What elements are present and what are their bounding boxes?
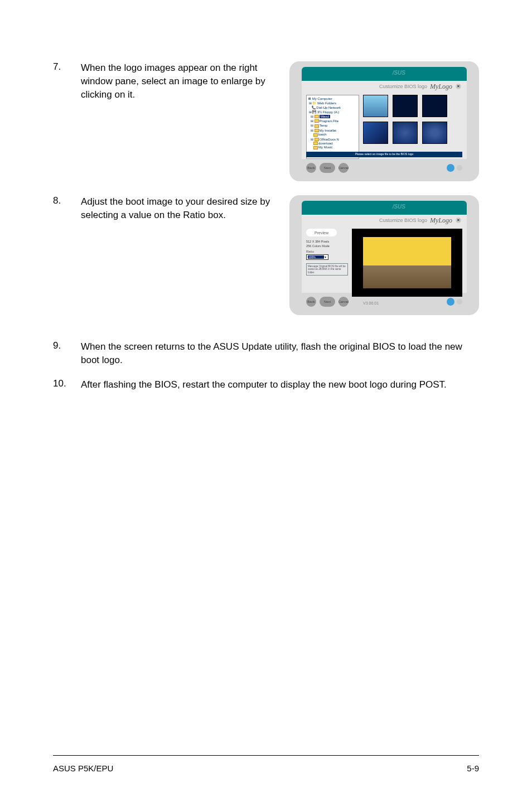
asus-logo-text: /SUS [393,70,405,76]
step-10-row: 10. After flashing the BIOS, restart the… [53,378,479,392]
content-area: 🖥 My Computer ⊞ 📁 Web Folders 📞 Dial-Up … [302,92,467,159]
colormode-text: 256 Colors Mode [306,244,348,248]
bottom-steps: 9. When the screen returns to the ASUS U… [53,340,479,391]
back-button[interactable]: Back [306,297,316,307]
ratio-label: Ratio [306,250,348,253]
step-9-text: When the screen returns to the ASUS Upda… [81,340,479,367]
window-header-bar: Customize BIOS logo MyLogo ✕ [302,215,467,226]
step-8-number: 8. [53,195,81,222]
logo-thumbnail[interactable] [422,122,447,144]
content-area: Preview 512 X 384 Pixels 256 Colors Mode… [302,226,467,293]
message-box: Message Original BIOS file will be saved… [306,263,348,276]
next-button[interactable]: Next [320,163,335,173]
footer-page-number: 5-9 [467,764,479,773]
bottom-nav-bar: Back Next Cancel [302,294,467,310]
footer-product: ASUS P5K/EPU [53,764,113,773]
step-8-row: 8. Adjust the boot image to your desired… [53,195,479,323]
step-7-text-block: 7. When the logo images appear on the ri… [53,61,284,101]
step-7-row: 7. When the logo images appear on the ri… [53,61,479,190]
info-icon[interactable] [447,164,454,172]
folder-tree-pane[interactable]: 🖥 My Computer ⊞ 📁 Web Folders 📞 Dial-Up … [306,95,359,159]
preview-image [363,237,451,288]
step-7-text: When the logo images appear on the right… [81,61,284,101]
asus-logo-text: /SUS [393,204,405,210]
preview-left-panel: Preview 512 X 384 Pixels 256 Colors Mode… [306,229,348,298]
logo-thumbnail[interactable] [393,122,418,144]
screenshot-mylogo-browser: /SUS Customize BIOS logo MyLogo ✕ 🖥 My C… [289,61,479,181]
chevron-down-icon: ▼ [324,255,327,259]
minimize-icon[interactable] [457,299,462,305]
preview-image-area [352,229,462,297]
step-10-number: 10. [53,378,81,389]
status-bar: Please select an image file to be the BI… [306,152,462,157]
customize-label: Customize BIOS logo [379,84,427,89]
step-7-number: 7. [53,61,81,101]
thumbnail-area [363,95,462,151]
window-header-bar: Customize BIOS logo MyLogo ✕ [302,81,467,92]
tree-item[interactable]: ⊞ My Installat [308,128,357,132]
mylogo-brand: MyLogo [430,83,452,91]
tree-item[interactable]: ⊞ Program File [308,118,357,123]
step-9-row: 9. When the screen returns to the ASUS U… [53,340,479,367]
tree-item[interactable]: 🖥 My Computer [308,96,357,100]
window-title-bar: /SUS [302,201,467,215]
logo-thumbnail[interactable] [363,122,388,144]
preview-tab: Preview [306,229,337,236]
cancel-button[interactable]: Cancel [338,297,349,307]
step-8-text: Adjust the boot image to your desired si… [81,195,284,222]
tree-item[interactable]: ⊞ Temp [308,123,357,128]
next-button[interactable]: Next [320,297,335,307]
tree-item[interactable]: ⊞ 💾 3½ Floppy (A:) [308,109,357,114]
tree-item[interactable]: ⊞ Wasd [308,114,357,118]
logo-thumbnail[interactable] [393,95,418,117]
tree-item[interactable]: batch [308,133,357,137]
page-footer: ASUS P5K/EPU 5-9 [53,755,479,773]
step-10-text: After flashing the BIOS, restart the com… [81,378,479,392]
tree-item[interactable]: download [308,142,357,146]
step-8-text-block: 8. Adjust the boot image to your desired… [53,195,284,222]
window-title-bar: /SUS [302,67,467,81]
customize-label: Customize BIOS logo [379,218,427,223]
tree-item[interactable]: ⊞ OfficeDocs N [308,137,357,141]
back-button[interactable]: Back [306,163,316,173]
close-icon[interactable]: ✕ [456,218,461,223]
tree-item[interactable]: ⊞ 📁 Web Folders [308,100,357,105]
bottom-nav-bar: Back Next Cancel [302,160,467,176]
tree-item[interactable]: My Music [308,146,357,149]
resolution-text: 512 X 384 Pixels [306,240,348,243]
screenshot-mylogo-preview: /SUS Customize BIOS logo MyLogo ✕ Previe… [289,195,479,315]
tree-item[interactable]: 📞 Dial-Up Network [308,105,357,109]
ratio-dropdown[interactable]: 100% ▼ [306,254,328,260]
logo-thumbnail[interactable] [422,95,447,117]
info-icon[interactable] [447,298,454,306]
minimize-icon[interactable] [457,165,462,171]
logo-thumbnail[interactable] [363,95,388,117]
cancel-button[interactable]: Cancel [338,163,349,173]
close-icon[interactable]: ✕ [456,84,461,89]
step-9-number: 9. [53,340,81,351]
mylogo-brand: MyLogo [430,216,452,225]
